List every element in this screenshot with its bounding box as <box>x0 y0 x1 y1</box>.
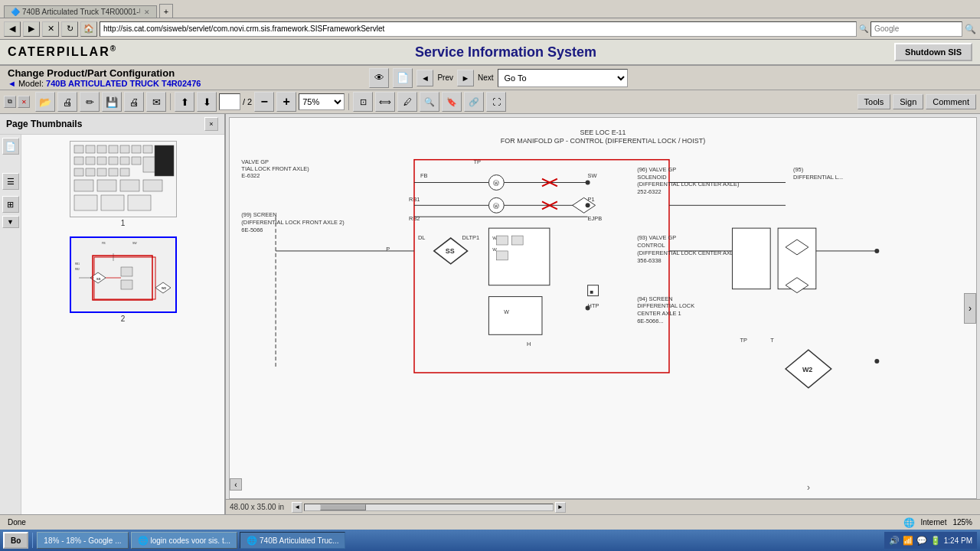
tool-expand-btn[interactable]: ⛶ <box>486 92 506 112</box>
tools-text-btn[interactable]: Tools <box>858 94 891 109</box>
taskbar-item-sis[interactable]: 🌐 740B Articulated Truc... <box>240 532 345 549</box>
status-right-section: 🌐 Internet 125% <box>903 517 973 528</box>
diagram-scrollbar-h[interactable]: ◄ ► <box>292 502 566 513</box>
search-go-btn[interactable]: 🔍 <box>965 24 976 34</box>
svg-rect-2 <box>86 145 95 153</box>
svg-rect-3 <box>97 145 106 153</box>
tab-close-icon[interactable]: ✕ <box>144 8 150 16</box>
shutdown-sis-button[interactable]: Shutdown SIS <box>894 43 972 61</box>
svg-text:RB1: RB1 <box>75 262 80 266</box>
taskbar-item-google[interactable]: 18% - 18% - Google ... <box>37 532 128 549</box>
svg-text:FB: FB <box>420 172 428 179</box>
separator-1 <box>170 93 171 110</box>
stop-btn[interactable]: ✕ <box>42 21 59 37</box>
sis-header: CATERPILLAR® Service Information System … <box>0 40 980 66</box>
tool-bookmark-btn[interactable]: 🔖 <box>442 92 462 112</box>
logo-reg: ® <box>110 44 117 53</box>
tool-edit-btn[interactable]: ✏ <box>80 92 100 112</box>
sis-title: Service Information System <box>415 44 596 60</box>
svg-text:CENTER AXLE 1: CENTER AXLE 1 <box>637 310 681 317</box>
sidebar-doc-icon-btn[interactable]: 📄 <box>2 138 19 155</box>
thumbnail-item-2[interactable]: SS W2 <box>70 236 177 323</box>
tool-highlight-btn[interactable]: 🖊 <box>397 92 417 112</box>
internet-icon: 🌐 <box>903 517 915 528</box>
zoom-select[interactable]: 25%50%75%100%125% <box>299 93 345 110</box>
toolbar: ⧉ ✕ 📂 🖨 ✏ 💾 🖨 ✉ ⬆ ⬇ 2 / 2 − + 25%50%75%1… <box>0 90 980 114</box>
tool-printer2-btn[interactable]: 🖨 <box>124 92 144 112</box>
sign-btn[interactable]: Sign <box>893 94 923 109</box>
search-bar[interactable] <box>871 21 962 37</box>
page-number-input[interactable]: 2 <box>219 93 240 110</box>
svg-text:■: ■ <box>590 289 594 295</box>
svg-rect-82 <box>488 297 542 335</box>
document-btn[interactable]: 📄 <box>393 68 413 88</box>
restore-btn[interactable]: ⧉ <box>4 96 16 108</box>
scroll-right-arrow[interactable]: ► <box>555 502 566 513</box>
config-title: Change Product/Part Configuration <box>8 67 201 79</box>
svg-text:T: T <box>770 337 774 344</box>
scroll-thumb[interactable] <box>320 504 366 510</box>
zoom-in-btn[interactable]: + <box>276 92 296 112</box>
svg-rect-15 <box>86 168 95 176</box>
tool-down-btn[interactable]: ⬇ <box>197 92 217 112</box>
camera-view-btn[interactable]: 👁 <box>369 68 389 88</box>
svg-point-115 <box>586 306 590 311</box>
tool-fit-page-btn[interactable]: ⊡ <box>353 92 373 112</box>
sidebar-thumb-btn[interactable]: ⊞ <box>2 196 19 213</box>
config-model: ◄ Model: 740B ARTICULATED TRUCK T4R02476 <box>8 79 201 88</box>
nav-controls: 👁 📄 ◄ Prev ► Next Go To Page 1 Page 2 <box>369 68 627 88</box>
forward-btn[interactable]: ▶ <box>23 21 40 37</box>
browser-tab-inactive-1[interactable]: 🔷 740B Articulated Truck T4R00001-UP (MA… <box>4 5 157 18</box>
close-btn[interactable]: ✕ <box>18 96 30 108</box>
sidebar-dropdown-btn[interactable]: ▼ <box>2 216 19 228</box>
goto-select[interactable]: Go To Page 1 Page 2 <box>498 69 628 87</box>
svg-rect-37 <box>121 267 132 276</box>
next-btn[interactable]: ► <box>457 70 474 86</box>
model-label: Model: <box>18 79 44 88</box>
zoom-out-btn[interactable]: − <box>254 92 274 112</box>
taskbar-sis-label: 740B Articulated Truc... <box>260 536 338 545</box>
prev-btn[interactable]: ◄ <box>416 70 433 86</box>
tool-open-btn[interactable]: 📂 <box>35 92 55 112</box>
thumbnail-item-1[interactable]: 1 <box>70 141 177 227</box>
svg-point-121 <box>874 359 879 364</box>
page-total: 2 <box>247 97 252 106</box>
sidebar-collapse-btn[interactable]: × <box>204 117 218 131</box>
svg-text:P: P <box>386 246 390 253</box>
tool-save-btn[interactable]: 💾 <box>102 92 122 112</box>
svg-rect-38 <box>121 280 132 289</box>
refresh-btn[interactable]: ↻ <box>61 21 78 37</box>
svg-text:›: › <box>807 482 810 493</box>
taskbar-item-login[interactable]: 🌐 login codes voor sis. t... <box>131 532 238 549</box>
new-tab-btn[interactable]: + <box>159 4 173 18</box>
tool-up-btn[interactable]: ⬆ <box>175 92 194 112</box>
svg-text:SOLENOID: SOLENOID <box>637 174 667 181</box>
scroll-left-arrow[interactable]: ◄ <box>292 502 302 513</box>
tool-fit-width-btn[interactable]: ⟺ <box>375 92 395 112</box>
thumbnail-scroll-area[interactable]: 1 SS <box>21 135 224 514</box>
sidebar-list-btn[interactable]: ☰ <box>2 173 19 190</box>
comment-btn[interactable]: Comment <box>926 94 976 109</box>
diagram-scroll-left[interactable]: ‹ <box>230 478 242 491</box>
start-button[interactable]: Bo <box>3 532 28 549</box>
back-arrow[interactable]: ◄ <box>8 79 18 88</box>
tool-search-btn[interactable]: 🔍 <box>420 92 439 112</box>
home-btn[interactable]: 🏠 <box>80 21 97 37</box>
svg-text:W2: W2 <box>162 286 167 290</box>
tool-mail-btn[interactable]: ✉ <box>146 92 166 112</box>
tool-print-btn[interactable]: 🖨 <box>57 92 77 112</box>
tab-favicon: 🔷 <box>11 8 20 16</box>
browser-nav-bar: ◀ ▶ ✕ ↻ 🏠 🔍 🔍 <box>0 18 980 40</box>
svg-text:FB: FB <box>102 242 106 245</box>
svg-rect-26 <box>128 195 151 210</box>
back-btn[interactable]: ◀ <box>4 21 21 37</box>
address-bar[interactable] <box>100 21 857 37</box>
svg-rect-20 <box>74 180 93 191</box>
tool-link-btn[interactable]: 🔗 <box>464 92 484 112</box>
svg-text:RB2: RB2 <box>75 268 80 271</box>
thumbnail-image-2: SS W2 <box>70 236 177 313</box>
svg-text:W: W <box>504 309 509 315</box>
diagram-container[interactable]: SEE LOC E-11 FOR MANIFOLD GP - CONTROL (… <box>229 117 977 499</box>
diagram-scroll-right[interactable]: › <box>964 293 976 324</box>
separator-2 <box>348 93 349 110</box>
